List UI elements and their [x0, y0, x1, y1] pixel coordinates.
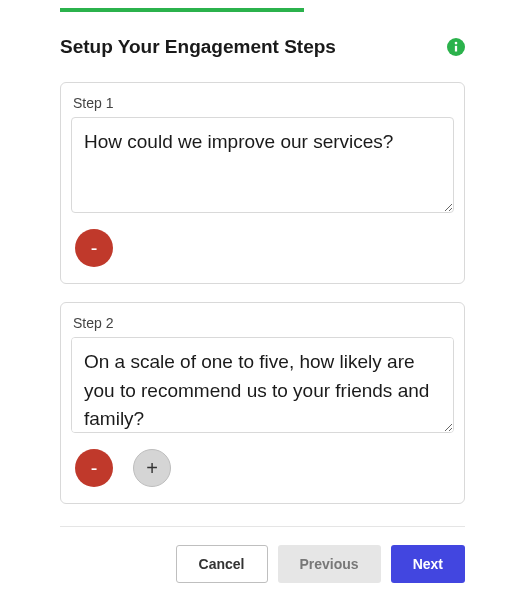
step-textarea[interactable] [71, 117, 454, 213]
add-step-button[interactable]: + [133, 449, 171, 487]
svg-point-2 [455, 42, 458, 45]
page-title: Setup Your Engagement Steps [60, 36, 336, 58]
divider [60, 526, 465, 527]
step-label: Step 1 [73, 95, 454, 111]
next-button[interactable]: Next [391, 545, 465, 583]
step-label: Step 2 [73, 315, 454, 331]
previous-button: Previous [278, 545, 381, 583]
remove-step-button[interactable]: - [75, 449, 113, 487]
remove-step-button[interactable]: - [75, 229, 113, 267]
step-textarea[interactable] [71, 337, 454, 433]
info-icon[interactable] [447, 38, 465, 56]
cancel-button[interactable]: Cancel [176, 545, 268, 583]
svg-rect-1 [455, 46, 457, 52]
step-button-row: -+ [75, 449, 454, 487]
progress-bar [60, 8, 304, 12]
step-card: Step 1- [60, 82, 465, 284]
step-card: Step 2-+ [60, 302, 465, 504]
step-button-row: - [75, 229, 454, 267]
